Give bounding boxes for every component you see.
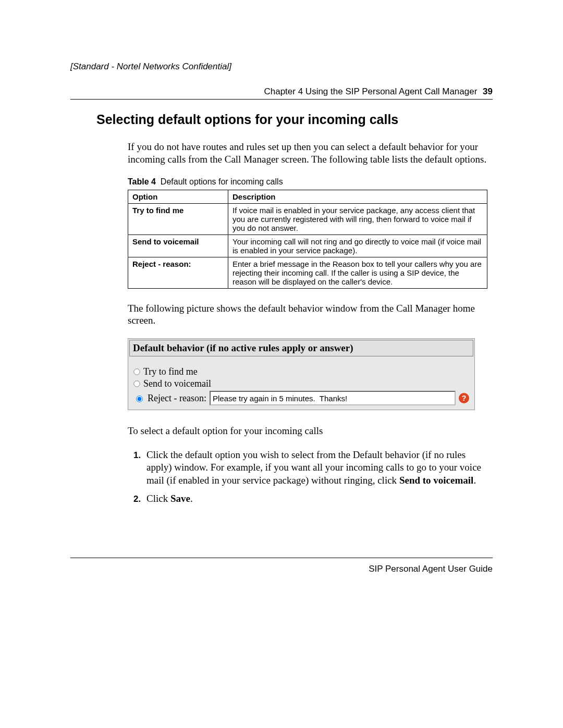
table-row: Reject - reason: Enter a brief message i…: [128, 257, 487, 288]
step-2: Click Save.: [143, 492, 487, 505]
step-text: Click: [146, 493, 170, 504]
table-header-row: Option Description: [128, 190, 487, 203]
cell-description: If voice mail is enabled in your service…: [228, 203, 487, 235]
cell-description: Enter a brief message in the Reason box …: [228, 257, 487, 288]
options-table: Option Description Try to find me If voi…: [128, 190, 487, 289]
panel-title: Default behavior (if no active rules app…: [129, 340, 473, 356]
help-icon[interactable]: ?: [459, 393, 469, 403]
footer-rule: [70, 558, 493, 558]
radio-label-reject: Reject - reason:: [148, 393, 206, 404]
step-text: .: [190, 493, 193, 504]
cell-option: Try to find me: [128, 203, 228, 235]
section-title: Selecting default options for your incom…: [96, 112, 493, 127]
cell-option: Send to voicemail: [128, 235, 228, 257]
radio-try-find-me[interactable]: Try to find me: [129, 366, 473, 378]
footer-text: SIP Personal Agent User Guide: [369, 564, 493, 574]
table-row: Try to find me If voice mail is enabled …: [128, 203, 487, 235]
cell-option: Reject - reason:: [128, 257, 228, 288]
table-label: Table 4: [128, 177, 156, 186]
mid-paragraph: The following picture shows the default …: [128, 302, 487, 327]
table-caption-text: Default options for incoming calls: [161, 177, 283, 186]
cell-description: Your incoming call will not ring and go …: [228, 235, 487, 257]
step-bold: Send to voicemail: [399, 475, 474, 486]
page-number: 39: [483, 87, 493, 96]
header-rule: [70, 99, 493, 100]
steps-list: Click the default option you wish to sel…: [128, 449, 487, 505]
intro-paragraph: If you do not have routes and rules set …: [128, 141, 487, 166]
step-text: .: [473, 475, 476, 486]
step-1: Click the default option you wish to sel…: [143, 449, 487, 487]
radio-label: Send to voicemail: [143, 378, 211, 389]
radio-send-voicemail[interactable]: Send to voicemail: [129, 378, 473, 390]
radio-input-reject[interactable]: [136, 396, 143, 402]
radio-input-voicemail[interactable]: [133, 380, 140, 387]
col-description: Description: [228, 190, 487, 203]
confidential-notice: [Standard - Nortel Networks Confidential…: [70, 61, 493, 72]
default-behavior-screenshot: Default behavior (if no active rules app…: [128, 338, 475, 410]
step-bold: Save: [170, 493, 190, 504]
chapter-header: Chapter 4 Using the SIP Personal Agent C…: [70, 87, 493, 99]
col-option: Option: [128, 190, 228, 203]
radio-input-try[interactable]: [133, 368, 140, 375]
instruction-lead: To select a default option for your inco…: [128, 425, 487, 437]
chapter-text: Chapter 4 Using the SIP Personal Agent C…: [264, 87, 477, 96]
table-row: Send to voicemail Your incoming call wil…: [128, 235, 487, 257]
table-caption: Table 4 Default options for incoming cal…: [128, 177, 493, 187]
radio-label: Try to find me: [143, 366, 198, 377]
reject-reason-input[interactable]: [210, 391, 456, 405]
